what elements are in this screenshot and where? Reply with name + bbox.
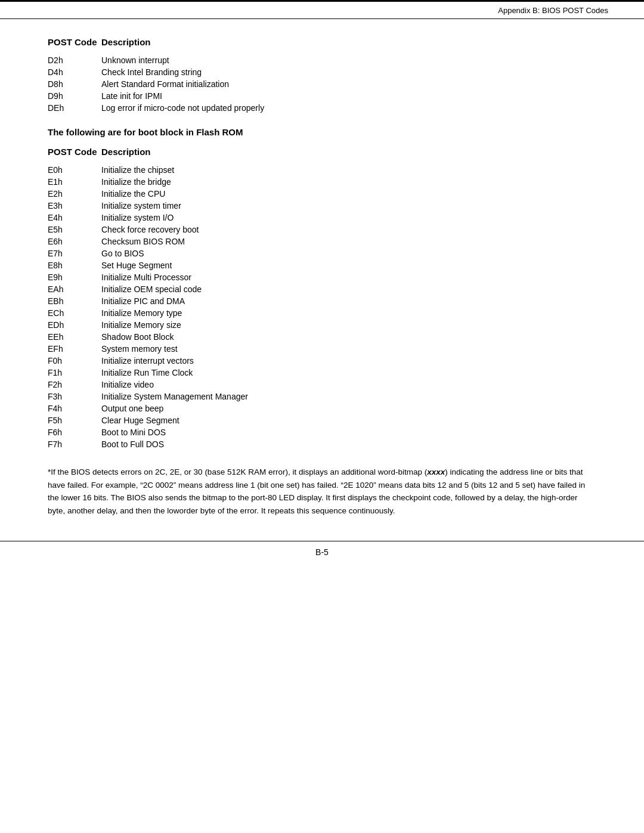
post-code-e0h: E0h bbox=[48, 165, 101, 175]
post-desc-ech: Initialize Memory type bbox=[101, 308, 182, 318]
post-desc-edh: Initialize Memory size bbox=[101, 320, 181, 330]
footnote-bold-italic: xxxx bbox=[427, 467, 445, 476]
post-code-f1h: F1h bbox=[48, 368, 101, 377]
post-code-f7h: F7h bbox=[48, 439, 101, 449]
post-code-e4h: E4h bbox=[48, 213, 101, 222]
post-code-d9h: D9h bbox=[48, 91, 101, 101]
header-title: Appendix B: BIOS POST Codes bbox=[498, 6, 608, 15]
table-row: F0h Initialize interrupt vectors bbox=[48, 356, 596, 366]
post-code-eeh: EEh bbox=[48, 332, 101, 342]
flash-rom-heading: The following are for boot block in Flas… bbox=[48, 127, 596, 137]
post-desc-f0h: Initialize interrupt vectors bbox=[101, 356, 194, 366]
table-row: E1h Initialize the bridge bbox=[48, 177, 596, 187]
post-desc-e1h: Initialize the bridge bbox=[101, 177, 171, 187]
post-desc-d8h: Alert Standard Format initialization bbox=[101, 79, 229, 89]
post-desc-e3h: Initialize system timer bbox=[101, 201, 181, 210]
table-row: DEh Log error if micro-code not updated … bbox=[48, 103, 596, 113]
table-row: F7h Boot to Full DOS bbox=[48, 439, 596, 449]
table-row: F4h Output one beep bbox=[48, 404, 596, 413]
post-desc-e0h: Initialize the chipset bbox=[101, 165, 174, 175]
post-desc-e5h: Check force recovery boot bbox=[101, 225, 199, 234]
post-code-f2h: F2h bbox=[48, 380, 101, 389]
post-code-edh: EDh bbox=[48, 320, 101, 330]
post-code-d4h: D4h bbox=[48, 67, 101, 77]
section2-col2-header: Description bbox=[101, 147, 151, 157]
table-row: E9h Initialize Multi Processor bbox=[48, 272, 596, 282]
post-code-f4h: F4h bbox=[48, 404, 101, 413]
post-desc-f6h: Boot to Mini DOS bbox=[101, 428, 166, 437]
table-row: D4h Check Intel Branding string bbox=[48, 67, 596, 77]
table-row: F6h Boot to Mini DOS bbox=[48, 428, 596, 437]
post-desc-e7h: Go to BIOS bbox=[101, 249, 144, 258]
post-desc-efh: System memory test bbox=[101, 344, 178, 354]
post-desc-f1h: Initialize Run Time Clock bbox=[101, 368, 193, 377]
page: Appendix B: BIOS POST Codes POST Code De… bbox=[0, 0, 644, 833]
table-row: F2h Initialize video bbox=[48, 380, 596, 389]
post-code-ebh: EBh bbox=[48, 296, 101, 306]
post-code-e9h: E9h bbox=[48, 272, 101, 282]
post-desc-f4h: Output one beep bbox=[101, 404, 163, 413]
section1-col1-header: POST Code bbox=[48, 37, 101, 47]
post-code-ech: ECh bbox=[48, 308, 101, 318]
post-code-f3h: F3h bbox=[48, 392, 101, 401]
post-code-eah: EAh bbox=[48, 284, 101, 294]
post-code-e3h: E3h bbox=[48, 201, 101, 210]
post-code-d8h: D8h bbox=[48, 79, 101, 89]
table-row: E3h Initialize system timer bbox=[48, 201, 596, 210]
post-desc-f7h: Boot to Full DOS bbox=[101, 439, 164, 449]
table-row: E4h Initialize system I/O bbox=[48, 213, 596, 222]
footnote-text1: *If the BIOS detects errors on 2C, 2E, o… bbox=[48, 467, 427, 476]
post-desc-e9h: Initialize Multi Processor bbox=[101, 272, 191, 282]
post-desc-e4h: Initialize system I/O bbox=[101, 213, 174, 222]
post-code-d2h: D2h bbox=[48, 55, 101, 65]
table-row: ECh Initialize Memory type bbox=[48, 308, 596, 318]
page-footer: B-5 bbox=[0, 541, 644, 557]
post-code-e2h: E2h bbox=[48, 189, 101, 199]
table-row: EDh Initialize Memory size bbox=[48, 320, 596, 330]
post-desc-ebh: Initialize PIC and DMA bbox=[101, 296, 185, 306]
post-desc-f5h: Clear Huge Segment bbox=[101, 416, 179, 425]
post-desc-d4h: Check Intel Branding string bbox=[101, 67, 202, 77]
table-row: D8h Alert Standard Format initialization bbox=[48, 79, 596, 89]
section1-col2-header: Description bbox=[101, 37, 151, 47]
table-row: F5h Clear Huge Segment bbox=[48, 416, 596, 425]
table-row: E0h Initialize the chipset bbox=[48, 165, 596, 175]
post-code-f5h: F5h bbox=[48, 416, 101, 425]
post-desc-d2h: Unknown interrupt bbox=[101, 55, 169, 65]
table-row: D2h Unknown interrupt bbox=[48, 55, 596, 65]
post-code-e1h: E1h bbox=[48, 177, 101, 187]
page-content: POST Code Description D2h Unknown interr… bbox=[0, 37, 644, 517]
post-desc-eeh: Shadow Boot Block bbox=[101, 332, 174, 342]
table-row: EFh System memory test bbox=[48, 344, 596, 354]
section1-header-row: POST Code Description bbox=[48, 37, 596, 47]
post-desc-e2h: Initialize the CPU bbox=[101, 189, 165, 199]
table-row: E5h Check force recovery boot bbox=[48, 225, 596, 234]
table-row: E2h Initialize the CPU bbox=[48, 189, 596, 199]
page-number: B-5 bbox=[315, 547, 329, 557]
post-desc-e8h: Set Huge Segment bbox=[101, 261, 172, 270]
post-desc-d9h: Late init for IPMI bbox=[101, 91, 162, 101]
table-row: E7h Go to BIOS bbox=[48, 249, 596, 258]
footnote: *If the BIOS detects errors on 2C, 2E, o… bbox=[48, 466, 596, 517]
post-code-f0h: F0h bbox=[48, 356, 101, 366]
post-code-deh: DEh bbox=[48, 103, 101, 113]
table-row: EAh Initialize OEM special code bbox=[48, 284, 596, 294]
table-row: EBh Initialize PIC and DMA bbox=[48, 296, 596, 306]
section2-header-row: POST Code Description bbox=[48, 147, 596, 157]
section2-table: POST Code Description E0h Initialize the… bbox=[48, 147, 596, 449]
post-code-e5h: E5h bbox=[48, 225, 101, 234]
table-row: E6h Checksum BIOS ROM bbox=[48, 237, 596, 246]
table-row: EEh Shadow Boot Block bbox=[48, 332, 596, 342]
post-desc-deh: Log error if micro-code not updated prop… bbox=[101, 103, 264, 113]
post-desc-f3h: Initialize System Management Manager bbox=[101, 392, 248, 401]
post-code-e7h: E7h bbox=[48, 249, 101, 258]
post-desc-eah: Initialize OEM special code bbox=[101, 284, 202, 294]
table-row: E8h Set Huge Segment bbox=[48, 261, 596, 270]
post-code-e8h: E8h bbox=[48, 261, 101, 270]
post-code-e6h: E6h bbox=[48, 237, 101, 246]
section2-col1-header: POST Code bbox=[48, 147, 101, 157]
table-row: F1h Initialize Run Time Clock bbox=[48, 368, 596, 377]
page-header: Appendix B: BIOS POST Codes bbox=[0, 0, 644, 19]
table-row: F3h Initialize System Management Manager bbox=[48, 392, 596, 401]
post-code-efh: EFh bbox=[48, 344, 101, 354]
